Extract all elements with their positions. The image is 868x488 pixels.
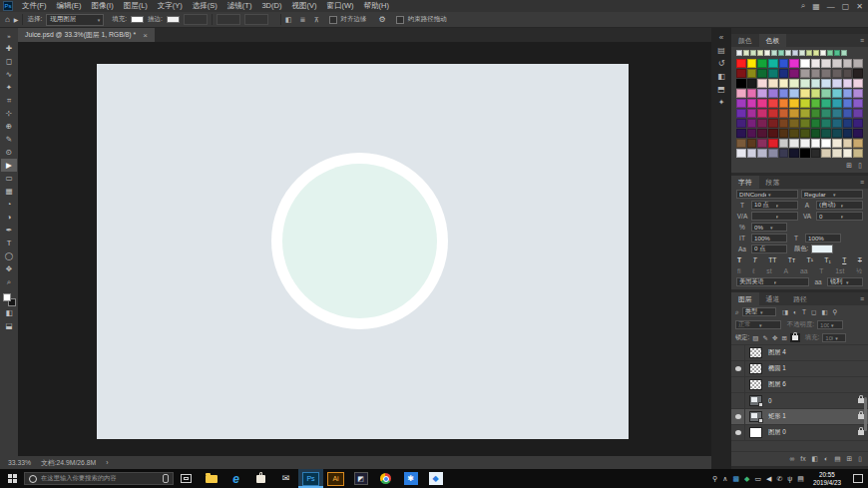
color-swatch[interactable] (747, 69, 757, 78)
recent-swatch[interactable] (834, 50, 840, 56)
lock-all-icon[interactable] (792, 335, 798, 340)
recent-swatch[interactable] (785, 50, 791, 56)
color-swatch[interactable] (811, 119, 821, 128)
recent-swatch[interactable] (806, 50, 812, 56)
color-swatch[interactable] (779, 129, 789, 138)
color-swatch[interactable] (747, 79, 757, 88)
recent-swatch[interactable] (757, 50, 763, 56)
eraser-tool[interactable]: ▭ (1, 172, 17, 185)
color-swatch[interactable] (800, 59, 810, 68)
delete-layer-icon[interactable]: ▯ (858, 455, 862, 463)
color-swatch[interactable] (843, 99, 853, 108)
layer-thumbnail[interactable] (749, 411, 762, 422)
tray-ime-icon[interactable]: ▤ (797, 475, 804, 482)
layer-row[interactable]: 0 (731, 393, 868, 409)
layer-visibility-toggle[interactable] (731, 393, 745, 408)
color-swatch[interactable] (811, 149, 821, 158)
color-swatch[interactable] (747, 149, 757, 158)
proportional-spacing-select[interactable]: 0%▾ (751, 223, 787, 232)
text-style-button-2[interactable]: T (753, 256, 757, 263)
color-swatch[interactable] (800, 89, 810, 98)
text-color-swatch[interactable] (811, 244, 833, 253)
menu-item[interactable]: 图层(L) (119, 1, 153, 11)
color-swatch[interactable] (757, 139, 767, 148)
color-swatch[interactable] (853, 99, 863, 108)
color-swatch[interactable] (853, 79, 863, 88)
text-style-button-5[interactable]: T¹ (807, 256, 813, 263)
color-swatch[interactable] (747, 99, 757, 108)
tab-channels[interactable]: 通道 (759, 292, 787, 305)
layer-thumbnail[interactable] (749, 379, 762, 390)
color-swatch[interactable] (832, 149, 842, 158)
tray-phone-icon[interactable]: ✆ (776, 475, 782, 482)
color-swatch[interactable] (757, 149, 767, 158)
color-swatch[interactable] (779, 99, 789, 108)
color-swatch[interactable] (843, 129, 853, 138)
blur-tool[interactable]: ◔ (1, 198, 17, 211)
tab-close-icon[interactable]: × (143, 31, 148, 40)
color-swatch[interactable] (768, 69, 778, 78)
menu-item[interactable]: 帮助(H) (359, 1, 394, 11)
color-swatch[interactable] (800, 69, 810, 78)
color-swatch[interactable] (821, 149, 831, 158)
layer-row[interactable]: 矩形 1 (731, 409, 868, 425)
gear-icon[interactable]: ⚙ (379, 15, 386, 24)
color-swatch[interactable] (736, 119, 746, 128)
kerning-select[interactable]: ▾ (751, 212, 798, 221)
color-swatch[interactable] (843, 149, 853, 158)
screen-mode-icon[interactable]: ⬓ (1, 319, 17, 332)
layer-thumbnail[interactable] (749, 427, 762, 438)
recent-swatch[interactable] (778, 50, 784, 56)
tray-user-icon[interactable]: ⚲ (712, 475, 717, 482)
color-swatch[interactable] (789, 149, 799, 158)
expand-panels-icon[interactable]: « (719, 33, 723, 42)
layer-row[interactable]: 图层 6 (731, 377, 868, 393)
start-button[interactable] (0, 469, 24, 488)
leading-select[interactable]: (自动)▾ (816, 201, 863, 210)
color-swatch[interactable] (779, 109, 789, 118)
color-swatch[interactable] (800, 149, 810, 158)
language-select[interactable]: 美国英语▾ (736, 277, 809, 286)
tab-character[interactable]: 字符 (731, 176, 759, 189)
panel-menu-icon[interactable]: ≡ (856, 176, 868, 189)
color-swatch[interactable] (821, 69, 831, 78)
layer-filter-icon-5[interactable]: ◧ (821, 308, 827, 316)
recent-swatch[interactable] (792, 50, 798, 56)
font-style-select[interactable]: Regular▾ (801, 190, 863, 199)
color-swatch[interactable] (811, 139, 821, 148)
opentype-button-2[interactable]: ℓ (752, 267, 754, 274)
panel-menu-icon[interactable]: ≡ (856, 292, 868, 305)
horizontal-scale-field[interactable]: 100% (805, 234, 841, 243)
color-swatch[interactable] (843, 59, 853, 68)
color-swatch[interactable] (779, 89, 789, 98)
menu-item[interactable]: 视图(V) (286, 1, 321, 11)
align-edges-checkbox[interactable] (329, 16, 337, 24)
color-swatch[interactable] (757, 59, 767, 68)
tray-chat-icon[interactable]: ◆ (744, 475, 749, 482)
color-swatch[interactable] (843, 89, 853, 98)
color-swatch[interactable] (768, 109, 778, 118)
color-swatch[interactable] (789, 69, 799, 78)
color-swatch[interactable] (768, 79, 778, 88)
dodge-tool[interactable]: ◑ (1, 211, 17, 224)
recent-swatch[interactable] (736, 50, 742, 56)
color-swatch[interactable] (789, 119, 799, 128)
layer-fill-field[interactable]: 100%▾ (822, 333, 846, 342)
maximize-button[interactable]: ▢ (842, 2, 850, 11)
color-swatch[interactable] (747, 129, 757, 138)
color-swatch[interactable] (832, 129, 842, 138)
zoom-level[interactable]: 33.33% (8, 459, 31, 466)
tab-paragraph[interactable]: 段落 (759, 176, 787, 189)
tray-usb-icon[interactable]: ψ (787, 475, 792, 482)
taskbar-illustrator[interactable]: Ai (323, 469, 348, 488)
adjustment-layer-icon[interactable]: ◐ (824, 455, 828, 463)
layer-visibility-toggle[interactable] (731, 377, 745, 392)
color-swatch[interactable] (736, 129, 746, 138)
tool-preset-icon[interactable]: ▶ (14, 16, 19, 23)
taskbar-photoshop[interactable]: Ps (298, 469, 323, 488)
layer-row[interactable]: 图层 0 (731, 425, 868, 441)
color-swatch[interactable] (821, 129, 831, 138)
color-swatch[interactable] (853, 109, 863, 118)
color-swatch[interactable] (768, 89, 778, 98)
workspace-icon[interactable]: ▦ (812, 2, 820, 11)
